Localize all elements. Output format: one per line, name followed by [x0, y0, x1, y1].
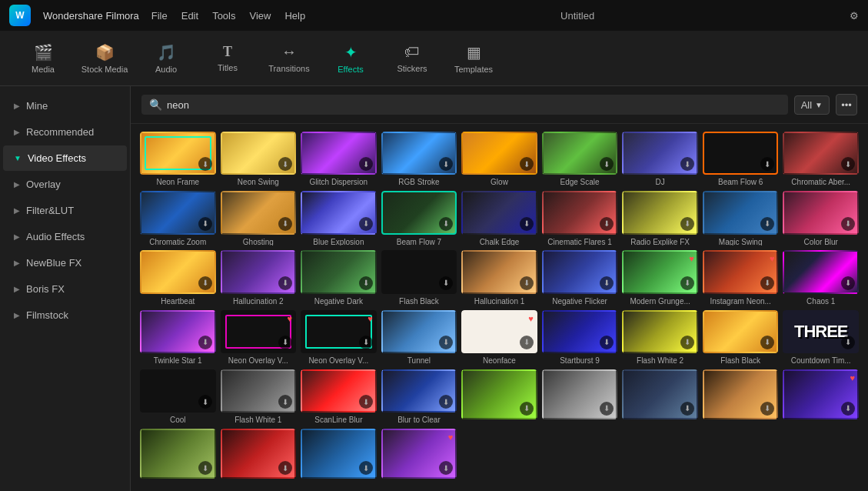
effect-r68[interactable]: ⬇	[301, 429, 377, 483]
tool-titles[interactable]: T Titles	[200, 35, 255, 82]
effect-r67[interactable]: ⬇	[221, 429, 297, 483]
menu-view[interactable]: View	[249, 10, 271, 22]
menu-help[interactable]: Help	[284, 10, 305, 22]
edge-scale-download[interactable]: ⬇	[600, 157, 614, 171]
tool-media[interactable]: 🎬 Media	[15, 35, 71, 82]
flash-white-1-download[interactable]: ⬇	[278, 395, 292, 409]
rgb-stroke-download[interactable]: ⬇	[439, 157, 453, 171]
scanline-blur-download[interactable]: ⬇	[359, 395, 373, 409]
effect-chromatic-aber[interactable]: ⬇ Chromatic Aber...	[783, 132, 859, 186]
tool-stickers[interactable]: 🏷 Stickers	[384, 35, 440, 82]
startburst-9-download[interactable]: ⬇	[600, 336, 614, 349]
effect-edge-scale[interactable]: ⬇ Edge Scale	[542, 132, 618, 186]
effect-neon-frame[interactable]: ⬇ Neon Frame	[140, 132, 216, 186]
effect-chromatic-zoom[interactable]: ⬇ Chromatic Zoom	[140, 191, 216, 246]
r66-download[interactable]: ⬇	[198, 461, 212, 475]
filter-dropdown[interactable]: All ▼	[794, 95, 830, 115]
effect-flash-white-1[interactable]: ⬇ Flash White 1	[221, 369, 297, 424]
effect-chaos-1[interactable]: ⬇ Chaos 1	[783, 250, 859, 305]
sidebar-item-video-effects[interactable]: ▼ Video Effects	[3, 145, 127, 171]
blue-explosion-download[interactable]: ⬇	[359, 217, 373, 231]
effect-startburst-9[interactable]: ⬇ Startburst 9	[542, 310, 618, 365]
effect-negative-flicker[interactable]: ⬇ Negative Flicker	[542, 250, 618, 305]
sidebar-item-recommended[interactable]: ▶ Recommended	[3, 119, 127, 145]
effect-r66[interactable]: ⬇	[140, 429, 216, 483]
sidebar-item-mine[interactable]: ▶ Mine	[3, 93, 127, 119]
r63-download[interactable]: ⬇	[680, 402, 694, 416]
effect-radio-explike[interactable]: ⬇ Radio Explike FX	[622, 191, 698, 246]
radio-explike-download[interactable]: ⬇	[680, 217, 694, 231]
effect-magic-swing[interactable]: ⬇ Magic Swing	[703, 191, 779, 246]
more-options-button[interactable]: •••	[836, 94, 857, 115]
effect-glitch-dispersion[interactable]: ⬇ Glitch Dispersion	[301, 132, 377, 186]
negative-dark-download[interactable]: ⬇	[359, 276, 373, 290]
tool-stock-media[interactable]: 📦 Stock Media	[77, 35, 132, 82]
effect-r64[interactable]: ⬇	[703, 369, 779, 424]
effect-neon-overlay-v1[interactable]: ♥ ⬇ Neon Overlay V...	[221, 310, 297, 365]
effect-ghosting[interactable]: ⬇ Ghosting	[221, 191, 297, 246]
sidebar-item-boris-fx[interactable]: ▶ Boris FX	[3, 276, 127, 302]
effect-scanline-blur[interactable]: ⬇ ScanLine Blur	[301, 369, 377, 424]
neonface-download[interactable]: ⬇	[520, 336, 534, 349]
blur-to-clear-download[interactable]: ⬇	[439, 395, 453, 409]
effect-flash-white-2[interactable]: ⬇ Flash White 2	[622, 310, 698, 365]
flash-white-2-download[interactable]: ⬇	[680, 336, 694, 349]
flash-black-r5-download[interactable]: ⬇	[760, 336, 774, 349]
glitch-dispersion-download[interactable]: ⬇	[359, 157, 373, 171]
effect-glow[interactable]: ⬇ Glow	[461, 132, 537, 186]
effect-instagram-neon[interactable]: ♥ ⬇ Instagram Neon...	[703, 250, 779, 305]
effect-r61[interactable]: ⬇	[461, 369, 537, 424]
effect-countdown-tim[interactable]: THREE ⬇ Countdown Tim...	[783, 310, 859, 365]
effect-heartbeat[interactable]: ⬇ Heartbeat	[140, 250, 216, 305]
neon-frame-download[interactable]: ⬇	[198, 157, 212, 171]
tool-templates[interactable]: ▦ Templates	[446, 35, 501, 82]
effect-neon-overlay-v2[interactable]: ♥ ⬇ Neon Overlay V...	[301, 310, 377, 365]
twinkle-star-1-download[interactable]: ⬇	[198, 336, 212, 349]
effect-r69[interactable]: ♥ ⬇	[381, 429, 457, 483]
effect-cool[interactable]: ⬇ Cool	[140, 369, 216, 424]
effect-tunnel[interactable]: ⬇ Tunnel	[381, 310, 457, 365]
instagram-neon-download[interactable]: ⬇	[760, 276, 774, 290]
chromatic-aber-download[interactable]: ⬇	[841, 157, 855, 171]
color-blur-download[interactable]: ⬇	[841, 217, 855, 231]
menu-edit[interactable]: Edit	[181, 10, 198, 22]
effect-blur-to-clear[interactable]: ⬇ Blur to Clear	[381, 369, 457, 424]
effect-color-blur[interactable]: ⬇ Color Blur	[783, 191, 859, 246]
effect-beam-flow-6[interactable]: ⬇ Beam Flow 6	[703, 132, 779, 186]
effect-beam-flow-7[interactable]: ⬇ Beam Flow 7	[381, 191, 457, 246]
tunnel-download[interactable]: ⬇	[439, 336, 453, 349]
menu-file[interactable]: File	[151, 10, 168, 22]
r69-download[interactable]: ⬇	[439, 461, 453, 475]
chromatic-zoom-download[interactable]: ⬇	[198, 217, 212, 231]
search-input[interactable]	[167, 99, 780, 111]
neon-overlay-v1-download[interactable]: ⬇	[278, 336, 292, 349]
neon-overlay-v2-download[interactable]: ⬇	[359, 336, 373, 349]
r68-download[interactable]: ⬇	[359, 461, 373, 475]
ghosting-download[interactable]: ⬇	[278, 217, 292, 231]
sidebar-item-newblue-fx[interactable]: ▶ NewBlue FX	[3, 250, 127, 276]
chalk-edge-download[interactable]: ⬇	[520, 217, 534, 231]
glow-download[interactable]: ⬇	[520, 157, 534, 171]
neon-swing-download[interactable]: ⬇	[278, 157, 292, 171]
effect-neonface[interactable]: ♥ ⬇ Neonface	[461, 310, 537, 365]
cool-download[interactable]: ⬇	[198, 395, 212, 409]
beam-flow-7-download[interactable]: ⬇	[439, 217, 453, 231]
tool-audio[interactable]: 🎵 Audio	[138, 35, 194, 82]
effect-r65[interactable]: ♥ ⬇	[783, 369, 859, 424]
effect-hallucination-2[interactable]: ⬇ Hallucination 2	[221, 250, 297, 305]
effect-flash-black-r3[interactable]: ⬇ Flash Black	[381, 250, 457, 305]
r67-download[interactable]: ⬇	[278, 461, 292, 475]
effect-twinkle-star-1[interactable]: ⬇ Twinkle Star 1	[140, 310, 216, 365]
effect-modern-grunge[interactable]: ♥ ⬇ Modern Grunge...	[622, 250, 698, 305]
negative-flicker-download[interactable]: ⬇	[600, 276, 614, 290]
sidebar-item-audio-effects[interactable]: ▶ Audio Effects	[3, 224, 127, 249]
sidebar-item-overlay[interactable]: ▶ Overlay	[3, 172, 127, 197]
modern-grunge-download[interactable]: ⬇	[680, 276, 694, 290]
effect-dj[interactable]: ⬇ DJ	[622, 132, 698, 186]
effect-chalk-edge[interactable]: ⬇ Chalk Edge	[461, 191, 537, 246]
hallucination-2-download[interactable]: ⬇	[278, 276, 292, 290]
effect-cinematic-flares-1[interactable]: ⬇ Cinematic Flares 1	[542, 191, 618, 246]
r64-download[interactable]: ⬇	[760, 402, 774, 416]
magic-swing-download[interactable]: ⬇	[760, 217, 774, 231]
r62-download[interactable]: ⬇	[600, 402, 614, 416]
